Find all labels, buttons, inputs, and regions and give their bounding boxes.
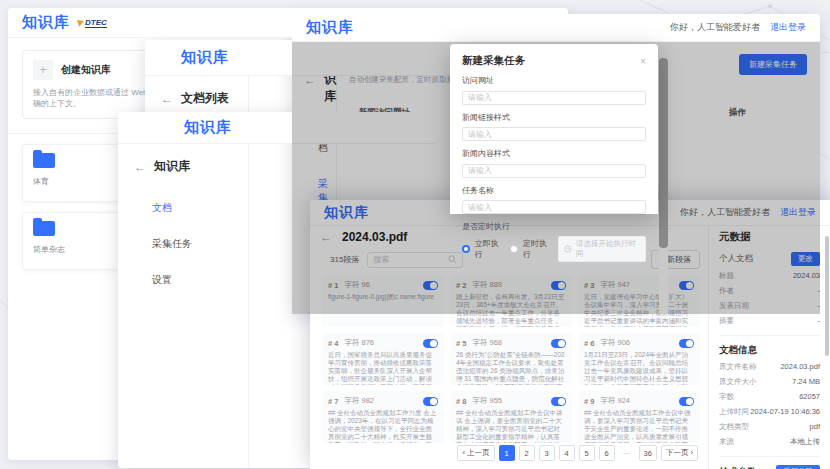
info-value: 2024-07-19 10:46:36	[750, 407, 820, 417]
info-label: 来源	[719, 437, 734, 447]
close-icon[interactable]: ×	[640, 56, 646, 67]
user-greeting: 你好，人工智能爱好者	[670, 21, 760, 34]
app-header: 知识库 你好，人工智能爱好者 退出登录	[292, 14, 820, 42]
doc-info-heading: 文档信息	[719, 344, 820, 357]
modal-title: 新建采集任务	[462, 54, 525, 68]
field-label-url: 访问网址	[462, 75, 646, 86]
info-label: 原文件名称	[719, 362, 757, 372]
segment-text: ## 全社会动员全面规划工作会议中强调，要深入学习贯彻习近平总书记关于安全生产的…	[584, 409, 694, 443]
task-name-input[interactable]	[462, 200, 646, 214]
meta-value: -	[818, 316, 821, 326]
segment-char-count: 字符 955	[472, 396, 502, 406]
page-button-6[interactable]: 6	[599, 445, 615, 461]
content-style-input[interactable]	[462, 164, 646, 178]
info-value: pdf	[810, 422, 820, 432]
divider	[248, 144, 249, 468]
segment-text: 近日，国家税务总局以高质量服务促学习宣传贯彻，推动税收优惠政策落实落细，驻企服务…	[328, 351, 438, 385]
info-value: 7.24 MB	[792, 377, 820, 387]
page-ellipsis[interactable]: ···	[619, 445, 635, 461]
folder-icon	[33, 221, 55, 236]
radio-run-timed-label: 定时执行	[523, 238, 553, 260]
segment-card[interactable]: # 9字符 924## 全社会动员全面规划工作会议中强调，要深入学习贯彻习近平总…	[578, 391, 700, 443]
segment-toggle[interactable]	[551, 339, 566, 348]
segment-text: 1月21日至23日，2024年全面从严治党工作会议在京召开。会议回顾总结过去一年…	[584, 351, 694, 385]
info-label: 文档类型	[719, 422, 749, 432]
info-value: 2024.03.pdf	[780, 362, 820, 372]
segment-card[interactable]: # 5字符 96826 类行为“公防处置”全链条防——2024年全国稳定工作会议…	[450, 333, 572, 385]
radio-run-timed[interactable]	[510, 245, 518, 253]
back-arrow-icon[interactable]: ←	[161, 92, 173, 106]
info-label: 上传时间	[719, 407, 749, 417]
segment-index: # 8	[456, 397, 466, 406]
segment-char-count: 字符 924	[600, 396, 630, 406]
radio-run-now-label: 立即执行	[475, 238, 505, 260]
page-button-5[interactable]: 5	[579, 445, 595, 461]
prev-page-button[interactable]: ‹ 上一页	[457, 445, 494, 461]
tech-heading: 技术参数	[719, 466, 757, 469]
segment-char-count: 字符 968	[472, 338, 502, 348]
divider	[719, 456, 820, 457]
segment-toggle[interactable]	[423, 397, 438, 406]
segment-toggle[interactable]	[679, 397, 694, 406]
start-time-placeholder: 请选择开始执行时间	[576, 239, 640, 259]
brand-logo: DTEC	[78, 18, 107, 28]
segment-card[interactable]: # 6字符 9061月21日至23日，2024年全面从严治党工作会议在京召开。会…	[578, 333, 700, 385]
segment-char-count: 字符 982	[344, 396, 374, 406]
clock-icon	[564, 245, 572, 253]
segment-toggle[interactable]	[679, 339, 694, 348]
app-logo: 知识库	[181, 48, 229, 67]
segment-index: # 6	[584, 339, 594, 348]
back-arrow-icon[interactable]: ←	[134, 160, 146, 174]
page-button-2[interactable]: 2	[519, 445, 535, 461]
info-label: 字数	[719, 392, 734, 402]
folder-icon	[33, 153, 55, 168]
segment-toggle[interactable]	[551, 397, 566, 406]
segment-text: 26 类行为“公防处置”全链条防——2024年全国稳定工作会议要求，聚焦处置违法…	[456, 351, 566, 385]
info-label: 原文件大小	[719, 377, 757, 387]
segment-index: # 9	[584, 397, 594, 406]
segment-card[interactable]: # 8字符 955## 全社会动员全面规划工作会议中讲话 会上强调，要全面贯彻党…	[450, 391, 572, 443]
segment-char-count: 字符 876	[344, 338, 374, 348]
meta-label: 摘要	[719, 316, 734, 326]
info-value: 本地上传	[790, 437, 820, 447]
segment-text: ## 全社会动员全面规划工作力度 会上强调，2023年，在以习近平同志为核心的党…	[328, 409, 438, 443]
divider	[719, 335, 820, 336]
segment-index: # 7	[328, 397, 338, 406]
start-time-picker[interactable]: 请选择开始执行时间	[558, 236, 646, 262]
kb-card-name: 体育	[33, 176, 125, 187]
app-logo: 知识库	[306, 18, 354, 37]
link-style-input[interactable]	[462, 127, 646, 141]
app-logo: 知识库	[184, 118, 232, 137]
info-value: 62057	[799, 392, 820, 402]
field-label-task-name: 任务名称	[462, 185, 646, 196]
page-button-1[interactable]: 1	[499, 445, 515, 461]
logout-link[interactable]: 退出登录	[770, 21, 806, 34]
plus-icon: +	[33, 60, 53, 80]
desktop: 知识库 DTEC + 创建知识库 接入自有的企业数据或通过 Webhook 等方…	[0, 0, 830, 469]
segment-toggle[interactable]	[423, 339, 438, 348]
url-input[interactable]	[462, 91, 646, 105]
brand-arrow-icon	[77, 18, 85, 27]
pagination: ‹ 上一页 1 2 3 4 5 6 ··· 36 下一页 ›	[457, 445, 698, 461]
schedule-label: 是否定时执行	[462, 221, 646, 232]
field-label-link-style: 新闻链接样式	[462, 112, 646, 123]
next-page-button[interactable]: 下一页 ›	[661, 445, 698, 461]
page-button-36[interactable]: 36	[639, 445, 657, 461]
kb-back-label: 知识库	[154, 158, 190, 175]
segment-index: # 5	[456, 339, 466, 348]
segment-card[interactable]: # 4字符 876近日，国家税务总局以高质量服务促学习宣传贯彻，推动税收优惠政策…	[322, 333, 444, 385]
new-task-modal: 新建采集任务 × 访问网址 新闻链接样式 新闻内容样式 任务名称 是否定时执行 …	[450, 44, 658, 214]
segment-card[interactable]: # 7字符 982## 全社会动员全面规划工作力度 会上强调，2023年，在以习…	[322, 391, 444, 443]
page-button-4[interactable]: 4	[559, 445, 575, 461]
scrollbar[interactable]	[825, 236, 829, 356]
segment-index: # 4	[328, 339, 338, 348]
resegment-button[interactable]: 重新分段	[776, 465, 820, 469]
radio-run-now[interactable]	[462, 245, 470, 253]
scrollbar[interactable]	[659, 58, 668, 314]
create-kb-title: 创建知识库	[61, 63, 111, 77]
segment-text: ## 全社会动员全面规划工作会议中讲话 会上强调，要全面贯彻党的二十大精神，深入…	[456, 409, 566, 443]
field-label-content-style: 新闻内容样式	[462, 148, 646, 159]
page-button-3[interactable]: 3	[539, 445, 555, 461]
app-logo: 知识库	[22, 13, 70, 32]
doc-list-title: 文档列表	[181, 90, 229, 107]
